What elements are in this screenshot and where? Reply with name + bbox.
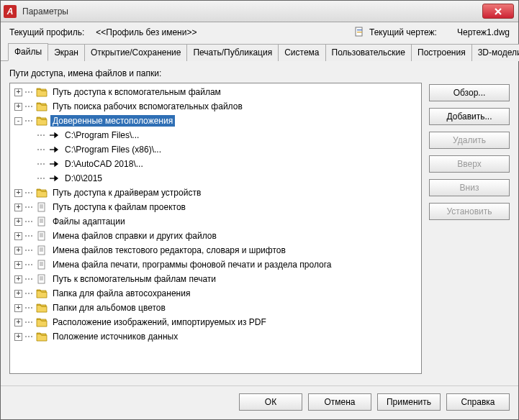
tree-item-label: Имена файла печати, программы фоновой пе… <box>50 259 334 270</box>
side-button: Вверх <box>429 155 510 173</box>
tab-3[interactable]: Печать/Публикация <box>186 44 279 61</box>
tree-row[interactable]: +Путь к вспомогательным файлам печати <box>10 272 421 286</box>
app-icon: A <box>4 5 17 18</box>
apply-button[interactable]: Применить <box>377 393 441 411</box>
dialog-button-row: ОК Отмена Применить Справка <box>1 385 518 419</box>
tab-2[interactable]: Открытие/Сохранение <box>84 44 187 61</box>
tree-item-label: Путь доступа к файлам проектов <box>50 201 188 213</box>
expander-icon[interactable]: + <box>14 290 22 298</box>
tree-prompt: Пути доступа, имена файлов и папки: <box>9 68 510 78</box>
tree-row[interactable]: C:\Program Files (x86)\... <box>10 142 421 157</box>
tree-item-label: Путь доступа к вспомогательным файлам <box>50 86 223 98</box>
tree-row[interactable]: -Доверенные местоположения <box>10 114 421 128</box>
expander-icon[interactable]: + <box>14 103 22 111</box>
tab-6[interactable]: Построения <box>411 44 472 61</box>
expander-icon[interactable]: + <box>14 319 22 327</box>
tree-item-label: Файлы адаптации <box>50 216 127 227</box>
cancel-button[interactable]: Отмена <box>308 393 371 411</box>
expander-icon[interactable]: - <box>14 117 22 125</box>
close-button[interactable] <box>482 4 514 19</box>
svg-rect-19 <box>38 246 45 255</box>
tree-item-label: Папки для альбомов цветов <box>50 302 168 314</box>
tree-row[interactable]: +Файлы адаптации <box>10 214 421 229</box>
current-drawing-label: Текущий чертеж: <box>369 27 437 37</box>
tree-row[interactable]: +Путь поиска рабочих вспомогательных фай… <box>10 99 421 114</box>
tab-1[interactable]: Экран <box>48 44 85 61</box>
tree-item-label: Имена файлов справки и других файлов <box>50 230 219 242</box>
tree-item-label: C:\Program Files (x86)\... <box>63 144 163 155</box>
expander-icon[interactable]: + <box>14 247 22 255</box>
drawing-icon <box>353 27 365 38</box>
expander-icon[interactable]: + <box>14 232 22 240</box>
tree-item-label: Положение источников данных <box>50 331 180 342</box>
help-button[interactable]: Справка <box>446 393 510 411</box>
tree-row[interactable]: +Папка для файла автосохранения <box>10 286 421 301</box>
options-dialog: A Параметры Текущий профиль: <<Профиль б… <box>0 0 519 420</box>
path-tree[interactable]: +Путь доступа к вспомогательным файлам+П… <box>9 83 422 374</box>
tree-row[interactable]: D:\0\2015 <box>10 171 421 186</box>
svg-rect-2 <box>357 32 362 32</box>
tree-row[interactable]: +Имена файла печати, программы фоновой п… <box>10 257 421 272</box>
expander-icon[interactable]: + <box>14 333 22 341</box>
side-button: Удалить <box>429 132 510 149</box>
close-icon <box>494 7 502 16</box>
tree-row[interactable]: +Имена файлов справки и других файлов <box>10 229 421 243</box>
tree-row[interactable]: +Имена файлов текстового редактора, слов… <box>10 243 421 257</box>
tab-0[interactable]: Файлы <box>8 43 48 61</box>
tab-4[interactable]: Система <box>278 44 325 61</box>
titlebar[interactable]: A Параметры <box>1 1 518 22</box>
side-button: Вниз <box>429 179 510 196</box>
tab-strip: ФайлыЭкранОткрытие/СохранениеПечать/Публ… <box>1 42 518 61</box>
tree-item-label: Папка для файла автосохранения <box>50 288 192 299</box>
expander-icon[interactable]: + <box>14 189 22 197</box>
svg-rect-7 <box>38 203 45 211</box>
tree-row[interactable]: +Папки для альбомов цветов <box>10 301 421 315</box>
current-drawing-value: Чертеж1.dwg <box>457 27 510 37</box>
tree-item-label: Путь доступа к драйверам устройств <box>50 187 203 198</box>
ok-button[interactable]: ОК <box>239 393 302 411</box>
current-profile-label: Текущий профиль: <box>9 27 84 37</box>
tab-7[interactable]: 3D-моделирова <box>471 44 519 61</box>
tree-row[interactable]: +Путь доступа к вспомогательным файлам <box>10 85 421 99</box>
expander-icon[interactable]: + <box>14 304 22 312</box>
svg-rect-15 <box>38 232 45 240</box>
tree-item-label: C:\Program Files\... <box>63 129 141 141</box>
tree-item-label: D:\0\2015 <box>63 173 104 184</box>
side-button[interactable]: Обзор... <box>429 84 510 101</box>
expander-icon[interactable]: + <box>14 204 22 211</box>
side-button[interactable]: Добавить... <box>429 108 510 125</box>
side-button-column: Обзор...Добавить...УдалитьВверхВнизУстан… <box>429 83 510 374</box>
current-profile-value: <<Профиль без имени>> <box>96 27 197 37</box>
svg-rect-11 <box>38 217 45 226</box>
tree-row[interactable]: +Положение источников данных <box>10 329 421 344</box>
side-button: Установить <box>429 203 510 220</box>
tree-item-label: Путь к вспомогательным файлам печати <box>50 273 218 285</box>
tree-row[interactable]: +Расположение изображений, импортируемых… <box>10 315 421 329</box>
svg-rect-1 <box>357 29 362 30</box>
tree-item-label: Путь поиска рабочих вспомогательных файл… <box>50 101 245 112</box>
tree-item-label: Имена файлов текстового редактора, слова… <box>50 245 288 256</box>
tree-row[interactable]: C:\Program Files\... <box>10 128 421 142</box>
svg-rect-27 <box>38 275 45 283</box>
tree-item-label: D:\AutoCAD 2018\... <box>63 158 145 170</box>
profile-row: Текущий профиль: <<Профиль без имени>> Т… <box>1 22 518 42</box>
expander-icon[interactable]: + <box>14 88 22 96</box>
tree-row[interactable]: +Путь доступа к файлам проектов <box>10 200 421 214</box>
tree-item-label: Расположение изображений, импортируемых … <box>50 316 268 328</box>
svg-rect-23 <box>38 260 45 269</box>
window-title: Параметры <box>22 6 515 17</box>
tab-5[interactable]: Пользовательские <box>325 44 412 61</box>
expander-icon[interactable]: + <box>14 261 22 269</box>
expander-icon[interactable]: + <box>14 218 22 226</box>
tree-row[interactable]: +Путь доступа к драйверам устройств <box>10 186 421 200</box>
tree-item-label: Доверенные местоположения <box>50 115 175 127</box>
tree-row[interactable]: D:\AutoCAD 2018\... <box>10 157 421 171</box>
expander-icon[interactable]: + <box>14 275 22 283</box>
